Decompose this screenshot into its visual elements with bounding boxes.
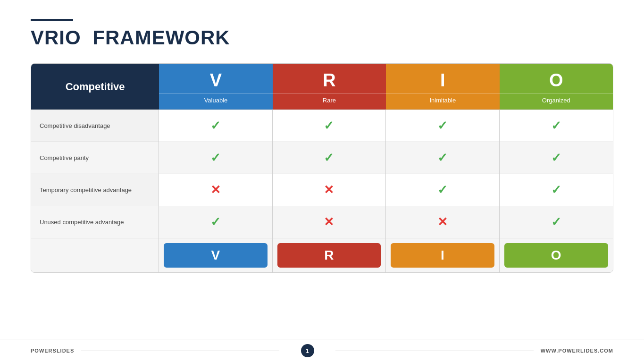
check-icon: ✓ <box>551 215 561 229</box>
cell-uca-v: ✓ <box>159 206 272 238</box>
footer-bar: POWERSLIDES 1 WWW.POWERLIDES.COM <box>0 339 644 362</box>
footer-v-cell: V <box>159 238 272 272</box>
cross-icon: ✕ <box>210 183 221 197</box>
cell-tca-o: ✓ <box>500 174 613 206</box>
website-url: WWW.POWERLIDES.COM <box>541 348 613 354</box>
check-icon: ✓ <box>551 183 561 197</box>
cell-cp-o: ✓ <box>500 142 613 174</box>
table-footer-row: V R I O <box>31 238 613 272</box>
row-label-competitive-parity: Competitive parity <box>31 142 159 174</box>
vrio-table: Competitive V Valuable R Rare I Inimitab… <box>31 63 613 273</box>
v-letter: V <box>159 64 272 93</box>
check-icon: ✓ <box>324 118 334 133</box>
competitive-header: Competitive <box>31 64 159 109</box>
cross-icon: ✕ <box>437 215 448 229</box>
table-row: Temporary competitive advantage ✕ ✕ ✓ ✓ <box>31 174 613 206</box>
header-accent-line <box>31 19 73 21</box>
row-label-competitive-disadvantage: Competitive disadvantage <box>31 109 159 142</box>
v-subtext: Valuable <box>159 93 272 109</box>
competitive-label: Competitive <box>66 81 125 93</box>
page-container: VRIO FRAMEWORK Competitive V Valuable R … <box>0 0 644 362</box>
check-icon: ✓ <box>551 118 561 133</box>
cell-uca-o: ✓ <box>500 206 613 238</box>
r-subtext: Rare <box>273 93 386 109</box>
table-row: Unused competitive advantage ✓ ✕ ✕ ✓ <box>31 206 613 238</box>
page-title: VRIO FRAMEWORK <box>31 26 613 49</box>
table-row: Competitive parity ✓ ✓ ✓ ✓ <box>31 142 613 174</box>
main-content: Competitive V Valuable R Rare I Inimitab… <box>0 59 644 339</box>
footer-i-button[interactable]: I <box>391 243 494 268</box>
v-column-header: V Valuable <box>159 64 272 109</box>
check-icon: ✓ <box>324 151 334 165</box>
cell-cd-i: ✓ <box>386 109 499 142</box>
footer-empty-cell <box>31 238 159 272</box>
row-label-unused-competitive-advantage: Unused competitive advantage <box>31 206 159 238</box>
header: VRIO FRAMEWORK <box>0 0 644 59</box>
check-icon: ✓ <box>437 118 448 133</box>
cell-uca-r: ✕ <box>273 206 386 238</box>
footer-i-cell: I <box>386 238 499 272</box>
r-letter: R <box>273 64 386 93</box>
footer-r-cell: R <box>273 238 386 272</box>
footer-r-button[interactable]: R <box>277 243 381 268</box>
cell-uca-i: ✕ <box>386 206 499 238</box>
check-icon: ✓ <box>551 151 561 165</box>
check-icon: ✓ <box>210 151 221 165</box>
row-label-temporary-competitive-advantage: Temporary competitive advantage <box>31 174 159 206</box>
cell-cp-r: ✓ <box>273 142 386 174</box>
check-icon: ✓ <box>210 215 221 229</box>
brand-name: POWERSLIDES <box>31 348 74 354</box>
cell-tca-i: ✓ <box>386 174 499 206</box>
i-subtext: Inimitable <box>386 93 499 109</box>
o-letter: O <box>500 64 613 93</box>
footer-v-button[interactable]: V <box>164 243 267 268</box>
cell-cd-o: ✓ <box>500 109 613 142</box>
footer-divider-left <box>81 351 279 351</box>
i-letter: I <box>386 64 499 93</box>
o-column-header: O Organized <box>500 64 613 109</box>
r-column-header: R Rare <box>273 64 386 109</box>
title-text: VRIO <box>31 26 81 49</box>
footer-divider-right <box>335 351 534 351</box>
footer-right: WWW.POWERLIDES.COM <box>335 348 613 354</box>
title-bold: FRAMEWORK <box>92 26 230 49</box>
footer-left: POWERSLIDES <box>31 348 279 354</box>
check-icon: ✓ <box>210 118 221 133</box>
cross-icon: ✕ <box>324 215 334 229</box>
cell-cd-r: ✓ <box>273 109 386 142</box>
cross-icon: ✕ <box>324 183 334 197</box>
footer-o-cell: O <box>500 238 613 272</box>
cell-cp-v: ✓ <box>159 142 272 174</box>
i-column-header: I Inimitable <box>386 64 499 109</box>
table-header-row: Competitive V Valuable R Rare I Inimitab… <box>31 64 613 109</box>
table-row: Competitive disadvantage ✓ ✓ ✓ ✓ <box>31 109 613 142</box>
check-icon: ✓ <box>437 151 448 165</box>
cell-tca-v: ✕ <box>159 174 272 206</box>
cell-tca-r: ✕ <box>273 174 386 206</box>
o-subtext: Organized <box>500 93 613 109</box>
page-number: 1 <box>301 344 314 357</box>
cell-cp-i: ✓ <box>386 142 499 174</box>
check-icon: ✓ <box>437 183 448 197</box>
cell-cd-v: ✓ <box>159 109 272 142</box>
footer-o-button[interactable]: O <box>504 243 608 268</box>
